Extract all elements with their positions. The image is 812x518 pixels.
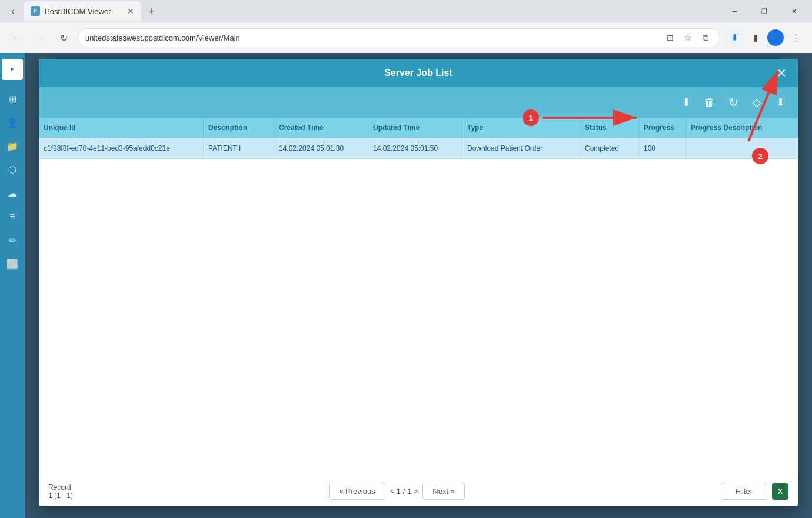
cell-progress: 100 [639,138,686,158]
table-row[interactable]: c1f98f8f-ed70-4e11-bed3-95afedd0c21e PAT… [39,138,798,159]
col-type: Type [462,118,580,138]
col-updated-time: Updated Time [368,118,462,138]
col-unique-id: Unique Id [39,118,204,138]
cell-unique-id: c1f98f8f-ed70-4e11-bed3-95afedd0c21e [39,138,204,158]
modal-header: Server Job List ✕ [39,59,798,87]
toolbar-download-btn[interactable]: ⬇ [675,92,697,113]
cell-type: Download Patient Order [462,138,580,158]
sidebar-item-upload[interactable]: ☁ [3,184,22,202]
toolbar-export-btn[interactable]: ⬇ [770,92,791,113]
profile-btn[interactable]: 👤 [767,29,784,46]
sidebar-item-home[interactable]: ⊞ [3,89,22,108]
minimize-btn[interactable]: ─ [721,2,748,20]
col-progress-description: Progress Description [686,118,798,138]
sidebar-item-layers[interactable]: ⬡ [3,160,22,179]
modal-title: Server Job List [384,68,452,78]
maximize-btn[interactable]: ❐ [751,2,778,20]
table-header: Unique Id Description Created Time Updat… [39,118,798,138]
browser-tab[interactable]: P PostDICOM Viewer ✕ [24,1,141,21]
toolbar-clear-btn[interactable]: ◇ [746,92,767,113]
next-btn[interactable]: Next » [422,483,465,500]
col-created-time: Created Time [274,118,368,138]
table-body: c1f98f8f-ed70-4e11-bed3-95afedd0c21e PAT… [39,138,798,476]
tab-back-btn[interactable]: ‹ [5,3,21,19]
previous-btn[interactable]: « Previous [329,483,385,500]
tab-title: PostDICOM Viewer [45,7,111,16]
app-logo: P [2,59,23,80]
sidebar-toggle-btn[interactable]: ▮ [746,28,765,47]
modal-overlay: Server Job List ✕ ⬇ 🗑 ↻ ◇ ⬇ Unique Id [25,53,812,518]
forward-nav-btn[interactable]: → [31,28,49,47]
footer-right: Filter X [721,483,788,500]
sidebar-item-edit[interactable]: ✏ [3,231,22,250]
modal-close-btn[interactable]: ✕ [772,64,791,82]
modal-toolbar: ⬇ 🗑 ↻ ◇ ⬇ [39,87,798,118]
tab-favicon: P [31,6,40,16]
menu-btn[interactable]: ⋮ [786,28,805,47]
record-info: Record 1 (1 - 1) [48,483,73,500]
sidebar-item-folder[interactable]: 📁 [3,137,22,155]
record-label: Record [48,483,73,492]
excel-export-btn[interactable]: X [772,483,788,500]
url-text: unitedstateswest.postdicom.com/Viewer/Ma… [85,34,240,42]
address-bar[interactable]: unitedstateswest.postdicom.com/Viewer/Ma… [78,28,720,47]
cell-description: PATIENT I [204,138,274,158]
sidebar-item-list[interactable]: ≡ [3,207,22,226]
modal-footer: Record 1 (1 - 1) « Previous < 1 / 1 > Ne… [39,476,798,506]
col-progress: Progress [639,118,686,138]
cell-status: Completed [580,138,639,158]
app-sidebar: P ⊞ 👤 📁 ⬡ ☁ ≡ ✏ ⬜ [0,53,25,518]
sidebar-item-monitor[interactable]: ⬜ [3,254,22,273]
cell-updated-time: 14.02.2024 05:01:50 [368,138,462,158]
translate-icon[interactable]: ⊡ [663,31,677,45]
page-info: < 1 / 1 > [390,487,418,496]
star-icon[interactable]: ☆ [681,31,695,45]
tab-close-btn[interactable]: ✕ [127,6,134,16]
new-tab-btn[interactable]: + [144,3,160,19]
extension-icon[interactable]: ⧉ [698,31,713,45]
toolbar-refresh-btn[interactable]: ↻ [723,92,744,113]
back-nav-btn[interactable]: ← [7,28,26,47]
cell-progress-description [686,138,798,158]
close-window-btn[interactable]: ✕ [780,2,807,20]
pagination: « Previous < 1 / 1 > Next » [73,483,721,500]
server-job-list-modal: Server Job List ✕ ⬇ 🗑 ↻ ◇ ⬇ Unique Id [39,59,798,506]
toolbar-delete-btn[interactable]: 🗑 [699,92,720,113]
content-area: Server Job List ✕ ⬇ 🗑 ↻ ◇ ⬇ Unique Id [25,53,812,518]
filter-btn[interactable]: Filter [721,483,767,500]
col-status: Status [580,118,639,138]
modal-body: Unique Id Description Created Time Updat… [39,118,798,476]
record-count: 1 (1 - 1) [48,492,73,500]
col-description: Description [204,118,274,138]
sidebar-item-patients[interactable]: 👤 [3,113,22,132]
download-manager-btn[interactable]: ⬇ [725,28,744,47]
reload-btn[interactable]: ↻ [54,28,73,47]
cell-created-time: 14.02.2024 05:01:30 [274,138,368,158]
